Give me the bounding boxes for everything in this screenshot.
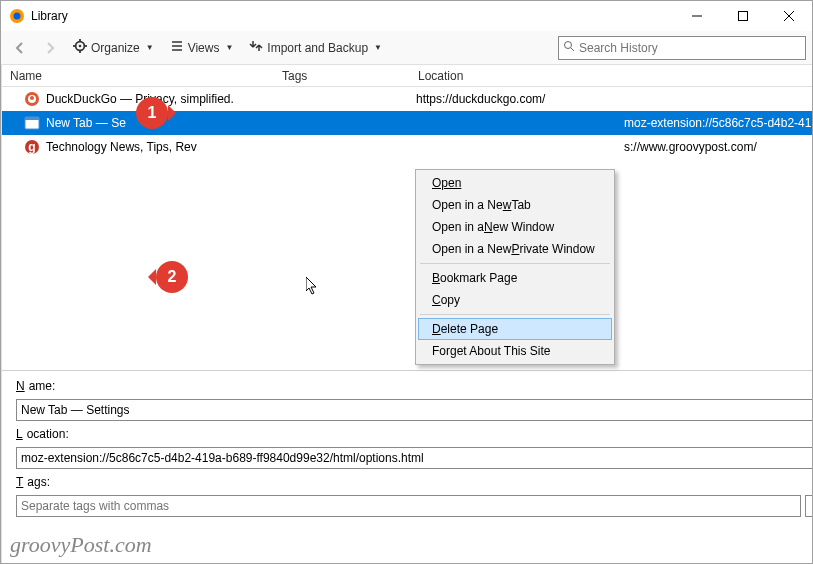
views-menu[interactable]: Views▼ [164,36,240,59]
svg-rect-3 [739,12,748,21]
column-headers: Name Tags Location [2,65,812,87]
ctx-copy[interactable]: Copy [418,289,612,311]
row-location: moz-extension://5c86c7c5-d4b2-419a-… [410,116,812,130]
maximize-button[interactable] [720,1,766,31]
import-icon [249,39,263,56]
history-row[interactable]: gTechnology News, Tips, Rev s://www.groo… [2,135,812,159]
row-title: New Tab — Se [46,116,126,130]
watermark: groovyPost.com [10,532,152,558]
library-window: Library Organize▼ Views▼ Import and Back… [0,0,813,564]
ctx-bookmark-page[interactable]: Bookmark Page [418,267,612,289]
svg-rect-31 [25,117,39,120]
callout-1: 1 [136,97,168,129]
toolbar: Organize▼ Views▼ Import and Backup▼ [1,31,812,65]
location-input[interactable] [16,447,812,469]
ctx-delete-page[interactable]: Delete Page [418,318,612,340]
main-area: ⌄ History Today Yesterday Last 7 days Fe… [1,65,812,563]
history-row[interactable]: DuckDuckGo — Privacy, simplified. https:… [2,87,812,111]
location-label: Location: [16,427,812,441]
svg-point-1 [14,13,21,20]
separator [420,314,610,315]
minimize-button[interactable] [674,1,720,31]
svg-point-29 [30,96,34,100]
organize-menu[interactable]: Organize▼ [67,36,160,59]
tags-label: Tags: [16,475,812,489]
search-input[interactable] [575,41,801,55]
ctx-open-new-tab[interactable]: Open in a New Tab [418,194,612,216]
svg-text:g: g [28,140,35,154]
cursor-icon [306,277,320,297]
forward-button[interactable] [37,35,63,61]
titlebar: Library [1,1,812,31]
favicon-gp: g [24,139,40,155]
tags-input[interactable] [16,495,801,517]
favicon-newtab [24,115,40,131]
svg-point-7 [79,45,82,48]
history-row-selected[interactable]: New Tab — Se moz-extension://5c86c7c5-d4… [2,111,812,135]
ctx-open[interactable]: Open [418,172,612,194]
column-name[interactable]: Name [2,69,274,83]
svg-line-16 [571,48,574,51]
row-title: Technology News, Tips, Rev [46,140,197,154]
organize-label: Organize [91,41,140,55]
ctx-forget-site[interactable]: Forget About This Site [418,340,612,362]
name-label: Name: [16,379,812,393]
column-tags[interactable]: Tags [274,69,410,83]
search-icon [563,40,575,55]
gear-icon [73,39,87,56]
import-backup-menu[interactable]: Import and Backup▼ [243,36,388,59]
search-box[interactable] [558,36,806,60]
callout-2: 2 [156,261,188,293]
list-icon [170,39,184,56]
back-button[interactable] [7,35,33,61]
content-pane: Name Tags Location DuckDuckGo — Privacy,… [2,65,812,563]
row-location: s://www.groovypost.com/ [410,140,812,154]
history-rows: DuckDuckGo — Privacy, simplified. https:… [2,87,812,159]
context-menu: Open Open in a New Tab Open in a New Win… [415,169,615,365]
column-location[interactable]: Location [410,69,812,83]
row-location: https://duckduckgo.com/ [410,92,812,106]
favicon-ddg [24,91,40,107]
name-input[interactable] [16,399,812,421]
ctx-open-new-window[interactable]: Open in a New Window [418,216,612,238]
ctx-open-private-window[interactable]: Open in a New Private Window [418,238,612,260]
svg-point-15 [565,42,572,49]
tags-dropdown-button[interactable] [805,495,812,517]
window-title: Library [31,9,674,23]
separator [420,263,610,264]
import-label: Import and Backup [267,41,368,55]
close-button[interactable] [766,1,812,31]
views-label: Views [188,41,220,55]
app-icon [9,8,25,24]
